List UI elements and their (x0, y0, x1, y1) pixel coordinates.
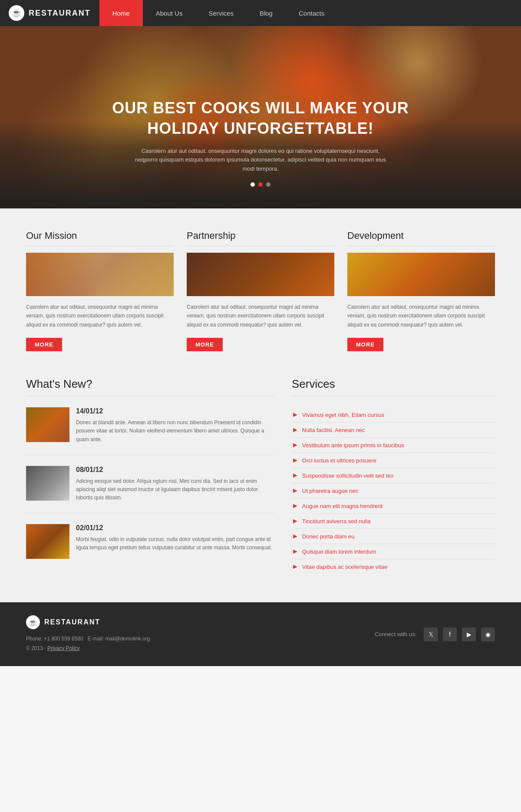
hero-content: OUR BEST COOKS WILL MAKE YOUR HOLIDAY UN… (0, 98, 521, 187)
footer-logo-text: RESTAURANT (44, 618, 100, 626)
whats-new-section: What's New? 14/01/12 Donec at blandit an… (26, 377, 274, 581)
nav-contacts[interactable]: Contacts (286, 0, 337, 26)
youtube-icon: ▶ (467, 631, 472, 638)
bottom-section: What's New? 14/01/12 Donec at blandit an… (26, 377, 495, 581)
hero-dot-1[interactable] (251, 182, 255, 187)
development-column: Development Casrolern atur aut oditaut, … (347, 230, 495, 351)
news-thumb-1 (26, 407, 69, 442)
news-date-1: 14/01/12 (76, 407, 274, 415)
news-item-2: 08/01/12 Adicing eesque sed dolor. Aliqu… (26, 466, 274, 514)
service-arrow-icon-4: ► (292, 456, 299, 464)
service-link-11[interactable]: Vitae dapibus ac scelerisque vitae (302, 564, 387, 570)
services-list: ► Vivamus eget nibh. Etiam cursus ► Null… (292, 407, 495, 574)
service-link-8[interactable]: Tincidunt aviverra sed nulla (302, 518, 371, 525)
footer-left: ☕ RESTAURANT Phone: +1 800 559 6580 E-ma… (26, 615, 150, 653)
news-content-2: 08/01/12 Adicing eesque sed dolor. Aliqu… (76, 466, 274, 502)
service-link-1[interactable]: Vivamus eget nibh. Etiam cursus (302, 412, 384, 418)
service-arrow-icon-6: ► (292, 487, 299, 495)
service-link-2[interactable]: Nulla facilisi. Aenean nec (302, 427, 365, 433)
logo-text: RESTAURANT (29, 9, 91, 18)
service-link-6[interactable]: Ut pharetra augue nec (302, 488, 358, 494)
footer-right: Connect with us: 𝕏 f ▶ ◉ (375, 627, 495, 641)
mission-image-overlay (26, 253, 174, 296)
service-item-10: ► Quisque diam lorem interdum (292, 544, 495, 559)
twitter-icon: 𝕏 (429, 631, 433, 638)
service-link-5[interactable]: Suspendisse sollicitudin velit sed leo (302, 472, 393, 479)
service-arrow-icon-3: ► (292, 441, 299, 449)
footer-phone-email: Phone: +1 800 559 6580 E-mail: mail@demo… (26, 634, 150, 644)
service-arrow-icon-11: ► (292, 563, 299, 571)
mission-more-button[interactable]: MORE (26, 338, 62, 351)
service-arrow-icon-2: ► (292, 426, 299, 434)
service-arrow-icon-8: ► (292, 517, 299, 525)
header: ☕ RESTAURANT Home About Us Services Blog… (0, 0, 521, 26)
hero-dots (0, 182, 521, 187)
service-item-1: ► Vivamus eget nibh. Etiam cursus (292, 407, 495, 423)
nav-blog[interactable]: Blog (247, 0, 286, 26)
development-more-button[interactable]: MORE (347, 338, 383, 351)
service-item-7: ► Augue nam elit magna hendrerit (292, 498, 495, 514)
news-text-1: Donec at blandit ante. Aenean id libero … (76, 419, 274, 444)
partnership-column: Partnership Casrolern atur aut oditaut, … (187, 230, 334, 351)
service-item-3: ► Vestibulum ante ipsum primis in faucib… (292, 438, 495, 453)
privacy-policy-link[interactable]: Privacy Policy (47, 645, 80, 651)
service-link-10[interactable]: Quisque diam lorem interdum (302, 548, 376, 555)
main-content: Our Mission Casrolern atur aut oditaut, … (0, 208, 521, 602)
partnership-more-button[interactable]: MORE (187, 338, 223, 351)
news-thumb-3 (26, 524, 69, 559)
hero-section: OUR BEST COOKS WILL MAKE YOUR HOLIDAY UN… (0, 26, 521, 208)
partnership-image (187, 253, 334, 296)
twitter-button[interactable]: 𝕏 (424, 627, 438, 641)
partnership-text: Casrolern atur aut oditaut, onsequuntur … (187, 303, 334, 329)
hero-description: Casrolern atur aut oditaut. onsequuntur … (135, 147, 386, 174)
footer-logo-icon: ☕ (26, 615, 40, 629)
service-item-5: ► Suspendisse sollicitudin velit sed leo (292, 468, 495, 483)
news-text-2: Adicing eesque sed dolor. Aliqua ngtum n… (76, 477, 274, 502)
mission-title: Our Mission (26, 230, 174, 246)
service-link-7[interactable]: Augue nam elit magna hendrerit (302, 503, 383, 509)
service-arrow-icon-10: ► (292, 548, 299, 555)
mission-column: Our Mission Casrolern atur aut oditaut, … (26, 230, 174, 351)
footer-info: Phone: +1 800 559 6580 E-mail: mail@demo… (26, 634, 150, 653)
news-thumb-2 (26, 466, 69, 501)
hero-dot-3[interactable] (266, 182, 270, 187)
service-link-3[interactable]: Vestibulum ante ipsum primis in faucibus (302, 442, 404, 449)
news-item-1: 14/01/12 Donec at blandit ante. Aenean i… (26, 407, 274, 455)
service-item-2: ► Nulla facilisi. Aenean nec (292, 423, 495, 438)
development-title: Development (347, 230, 495, 246)
development-text: Casrolern atur aut oditaut, onsequuntur … (347, 303, 495, 329)
news-item-3: 02/01/12 Morbi feugiat, odio in vulputat… (26, 524, 274, 570)
footer: ☕ RESTAURANT Phone: +1 800 559 6580 E-ma… (0, 602, 521, 666)
service-link-4[interactable]: Orci luctus et ultrices posuere (302, 457, 376, 464)
footer-copyright: © 2013 · Privacy Policy (26, 644, 150, 654)
service-item-4: ► Orci luctus et ultrices posuere (292, 453, 495, 468)
development-image (347, 253, 495, 296)
youtube-button[interactable]: ▶ (462, 627, 476, 641)
service-item-11: ► Vitae dapibus ac scelerisque vitae (292, 559, 495, 574)
whats-new-title: What's New? (26, 377, 274, 396)
facebook-button[interactable]: f (443, 627, 457, 641)
mission-text: Casrolern atur aut oditaut, onsequuntur … (26, 303, 174, 329)
service-item-9: ► Donec porta diam eu (292, 529, 495, 544)
service-arrow-icon-1: ► (292, 411, 299, 419)
nav-services[interactable]: Services (195, 0, 247, 26)
service-arrow-icon-9: ► (292, 532, 299, 540)
service-arrow-icon-7: ► (292, 502, 299, 510)
nav-home[interactable]: Home (99, 0, 143, 26)
service-link-9[interactable]: Donec porta diam eu (302, 533, 355, 540)
news-content-1: 14/01/12 Donec at blandit ante. Aenean i… (76, 407, 274, 444)
main-nav: Home About Us Services Blog Contacts (99, 0, 337, 26)
partnership-title: Partnership (187, 230, 334, 246)
hero-title: OUR BEST COOKS WILL MAKE YOUR HOLIDAY UN… (0, 98, 521, 139)
service-item-8: ► Tincidunt aviverra sed nulla (292, 514, 495, 529)
footer-logo: ☕ RESTAURANT (26, 615, 150, 629)
service-arrow-icon-5: ► (292, 472, 299, 479)
nav-about[interactable]: About Us (143, 0, 196, 26)
news-text-3: Morbi feugiat, odio in vulputate cursus,… (76, 535, 274, 552)
services-section: Services ► Vivamus eget nibh. Etiam curs… (292, 377, 495, 581)
flickr-button[interactable]: ◉ (481, 627, 495, 641)
feature-columns: Our Mission Casrolern atur aut oditaut, … (26, 230, 495, 351)
hero-dot-2[interactable] (258, 182, 263, 187)
logo-icon: ☕ (9, 5, 24, 21)
news-date-3: 02/01/12 (76, 524, 274, 532)
